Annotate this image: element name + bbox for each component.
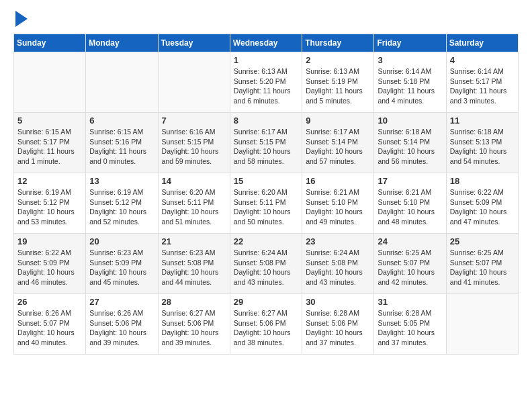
calendar-cell: 31Sunrise: 6:28 AMSunset: 5:05 PMDayligh… xyxy=(374,294,446,355)
day-number: 4 xyxy=(450,55,515,65)
day-number: 12 xyxy=(17,176,82,186)
weekday-header-sunday: Sunday xyxy=(14,34,86,52)
calendar-cell: 7Sunrise: 6:16 AMSunset: 5:15 PMDaylight… xyxy=(158,113,230,173)
daylight-text: Daylight: 10 hours and 57 minutes. xyxy=(306,146,370,166)
sunset-text: Sunset: 5:08 PM xyxy=(162,258,226,268)
daylight-text: Daylight: 10 hours and 42 minutes. xyxy=(378,267,442,287)
sunrise-text: Sunrise: 6:19 AM xyxy=(89,187,154,197)
daylight-text: Daylight: 10 hours and 39 minutes. xyxy=(162,328,226,347)
sunset-text: Sunset: 5:08 PM xyxy=(306,258,370,268)
day-number: 24 xyxy=(378,236,442,246)
calendar-cell: 29Sunrise: 6:27 AMSunset: 5:06 PMDayligh… xyxy=(230,294,302,355)
day-number: 19 xyxy=(17,236,82,246)
day-number: 20 xyxy=(89,236,154,246)
sunrise-text: Sunrise: 6:20 AM xyxy=(162,187,226,197)
calendar-cell: 4Sunrise: 6:14 AMSunset: 5:17 PMDaylight… xyxy=(446,52,518,113)
sunset-text: Sunset: 5:20 PM xyxy=(234,77,298,87)
sunrise-text: Sunrise: 6:24 AM xyxy=(306,248,370,258)
day-number: 13 xyxy=(89,176,154,186)
sunrise-text: Sunrise: 6:16 AM xyxy=(162,127,226,137)
calendar-cell: 25Sunrise: 6:25 AMSunset: 5:07 PMDayligh… xyxy=(446,234,518,294)
calendar-cell: 15Sunrise: 6:20 AMSunset: 5:11 PMDayligh… xyxy=(230,173,302,234)
calendar-cell: 3Sunrise: 6:14 AMSunset: 5:18 PMDaylight… xyxy=(374,52,446,113)
daylight-text: Daylight: 10 hours and 54 minutes. xyxy=(450,146,515,166)
sunset-text: Sunset: 5:06 PM xyxy=(162,318,226,328)
calendar-cell: 27Sunrise: 6:26 AMSunset: 5:06 PMDayligh… xyxy=(86,294,158,355)
calendar-cell: 28Sunrise: 6:27 AMSunset: 5:06 PMDayligh… xyxy=(158,294,230,355)
day-number: 9 xyxy=(306,116,370,126)
day-number: 26 xyxy=(17,297,82,307)
daylight-text: Daylight: 10 hours and 41 minutes. xyxy=(450,267,515,287)
day-number: 31 xyxy=(378,297,442,307)
daylight-text: Daylight: 10 hours and 39 minutes. xyxy=(89,328,154,347)
sunrise-text: Sunrise: 6:21 AM xyxy=(306,187,370,197)
weekday-header-wednesday: Wednesday xyxy=(230,34,302,52)
sunrise-text: Sunrise: 6:23 AM xyxy=(162,248,226,258)
daylight-text: Daylight: 10 hours and 56 minutes. xyxy=(378,146,442,166)
daylight-text: Daylight: 10 hours and 37 minutes. xyxy=(306,328,370,347)
sunset-text: Sunset: 5:11 PM xyxy=(162,197,226,208)
daylight-text: Daylight: 10 hours and 43 minutes. xyxy=(306,267,370,287)
daylight-text: Daylight: 10 hours and 49 minutes. xyxy=(306,207,370,226)
calendar-cell xyxy=(86,52,158,113)
sunset-text: Sunset: 5:07 PM xyxy=(450,258,515,268)
calendar-cell: 18Sunrise: 6:22 AMSunset: 5:09 PMDayligh… xyxy=(446,173,518,234)
calendar-cell: 23Sunrise: 6:24 AMSunset: 5:08 PMDayligh… xyxy=(302,234,374,294)
sunrise-text: Sunrise: 6:25 AM xyxy=(450,248,515,258)
sunrise-text: Sunrise: 6:18 AM xyxy=(378,127,442,137)
day-number: 28 xyxy=(162,297,226,307)
day-number: 8 xyxy=(234,116,298,126)
calendar-table: SundayMondayTuesdayWednesdayThursdayFrid… xyxy=(13,34,519,355)
sunset-text: Sunset: 5:16 PM xyxy=(89,137,154,147)
daylight-text: Daylight: 10 hours and 58 minutes. xyxy=(234,146,298,166)
sunset-text: Sunset: 5:07 PM xyxy=(378,258,442,268)
calendar-cell: 2Sunrise: 6:13 AMSunset: 5:19 PMDaylight… xyxy=(302,52,374,113)
sunrise-text: Sunrise: 6:22 AM xyxy=(17,248,82,258)
calendar-week-row: 12Sunrise: 6:19 AMSunset: 5:12 PMDayligh… xyxy=(14,173,519,234)
calendar-cell: 24Sunrise: 6:25 AMSunset: 5:07 PMDayligh… xyxy=(374,234,446,294)
sunset-text: Sunset: 5:08 PM xyxy=(234,258,298,268)
sunrise-text: Sunrise: 6:14 AM xyxy=(450,66,515,77)
calendar-cell: 13Sunrise: 6:19 AMSunset: 5:12 PMDayligh… xyxy=(86,173,158,234)
daylight-text: Daylight: 11 hours and 4 minutes. xyxy=(378,86,442,105)
calendar-cell: 11Sunrise: 6:18 AMSunset: 5:13 PMDayligh… xyxy=(446,113,518,173)
sunrise-text: Sunrise: 6:15 AM xyxy=(89,127,154,137)
weekday-header-saturday: Saturday xyxy=(446,34,518,52)
calendar-week-row: 1Sunrise: 6:13 AMSunset: 5:20 PMDaylight… xyxy=(14,52,519,113)
calendar-cell: 9Sunrise: 6:17 AMSunset: 5:14 PMDaylight… xyxy=(302,113,374,173)
daylight-text: Daylight: 10 hours and 47 minutes. xyxy=(450,207,515,226)
calendar-header-row: SundayMondayTuesdayWednesdayThursdayFrid… xyxy=(14,34,519,52)
calendar-week-row: 5Sunrise: 6:15 AMSunset: 5:17 PMDaylight… xyxy=(14,113,519,173)
sunrise-text: Sunrise: 6:27 AM xyxy=(162,308,226,318)
daylight-text: Daylight: 10 hours and 46 minutes. xyxy=(17,267,82,287)
calendar-cell: 26Sunrise: 6:26 AMSunset: 5:07 PMDayligh… xyxy=(14,294,86,355)
sunrise-text: Sunrise: 6:15 AM xyxy=(17,127,82,137)
sunset-text: Sunset: 5:06 PM xyxy=(89,318,154,328)
sunset-text: Sunset: 5:15 PM xyxy=(234,137,298,147)
daylight-text: Daylight: 11 hours and 0 minutes. xyxy=(89,146,154,166)
sunset-text: Sunset: 5:18 PM xyxy=(378,77,442,87)
sunset-text: Sunset: 5:12 PM xyxy=(89,197,154,208)
logo xyxy=(13,13,28,27)
calendar-cell: 12Sunrise: 6:19 AMSunset: 5:12 PMDayligh… xyxy=(14,173,86,234)
sunrise-text: Sunrise: 6:17 AM xyxy=(234,127,298,137)
sunrise-text: Sunrise: 6:17 AM xyxy=(306,127,370,137)
sunset-text: Sunset: 5:10 PM xyxy=(306,197,370,208)
calendar-cell: 21Sunrise: 6:23 AMSunset: 5:08 PMDayligh… xyxy=(158,234,230,294)
sunrise-text: Sunrise: 6:26 AM xyxy=(89,308,154,318)
day-number: 3 xyxy=(378,55,442,65)
sunrise-text: Sunrise: 6:21 AM xyxy=(378,187,442,197)
daylight-text: Daylight: 10 hours and 40 minutes. xyxy=(17,328,82,347)
sunset-text: Sunset: 5:17 PM xyxy=(17,137,82,147)
day-number: 7 xyxy=(162,116,226,126)
calendar-cell: 19Sunrise: 6:22 AMSunset: 5:09 PMDayligh… xyxy=(14,234,86,294)
calendar-cell: 17Sunrise: 6:21 AMSunset: 5:10 PMDayligh… xyxy=(374,173,446,234)
sunrise-text: Sunrise: 6:13 AM xyxy=(306,66,370,77)
calendar-cell: 30Sunrise: 6:28 AMSunset: 5:06 PMDayligh… xyxy=(302,294,374,355)
sunrise-text: Sunrise: 6:20 AM xyxy=(234,187,298,197)
weekday-header-monday: Monday xyxy=(86,34,158,52)
daylight-text: Daylight: 10 hours and 37 minutes. xyxy=(378,328,442,347)
day-number: 16 xyxy=(306,176,370,186)
sunrise-text: Sunrise: 6:26 AM xyxy=(17,308,82,318)
calendar-cell xyxy=(14,52,86,113)
